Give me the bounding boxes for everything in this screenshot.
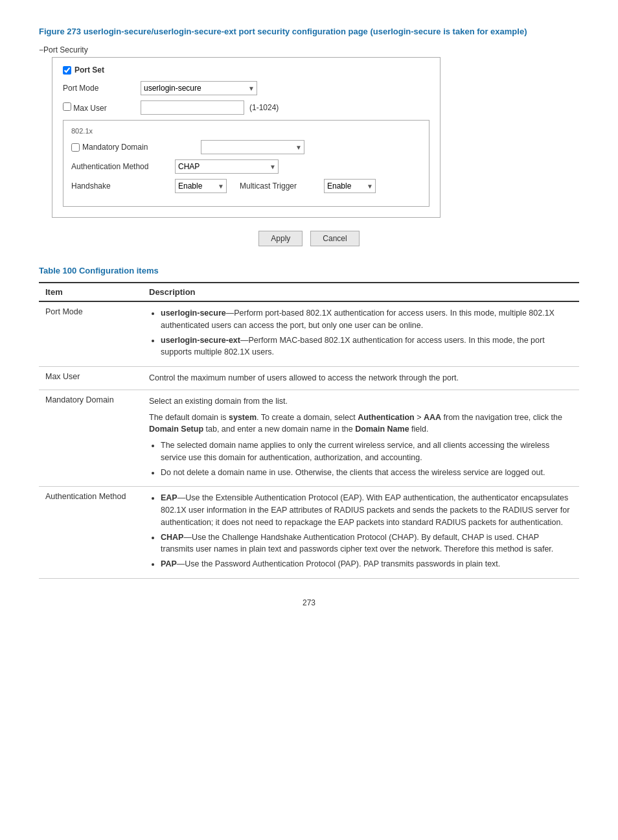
multicast-trigger-select[interactable]: Enable Disable	[324, 179, 376, 193]
desc-max-user: Control the maximum number of users allo…	[143, 367, 579, 390]
item-auth-method: Authentication Method	[39, 487, 143, 579]
dot8021x-label: 802.1x	[71, 127, 421, 135]
max-user-checkbox[interactable]	[63, 102, 71, 111]
page-number: 273	[39, 598, 579, 607]
table-row: Authentication Method EAP—Use the Extens…	[39, 487, 579, 579]
mandatory-domain-row: Mandatory Domain ▼	[71, 140, 421, 154]
item-port-mode: Port Mode	[39, 301, 143, 367]
port-security-section: −Port Security Port Set Port Mode userlo…	[39, 45, 579, 218]
mandatory-domain-select-wrapper: ▼	[201, 140, 304, 154]
multicast-trigger-select-wrapper: Enable Disable ▼	[324, 179, 376, 193]
desc-port-mode: userlogin-secure—Perform port-based 802.…	[143, 301, 579, 367]
max-user-label-wrapper: Max User	[63, 102, 141, 113]
table-header-row: Item Description	[39, 283, 579, 301]
table-row: Port Mode userlogin-secure—Perform port-…	[39, 301, 579, 367]
mandatory-domain-checkbox[interactable]	[71, 143, 80, 152]
form-buttons: Apply Cancel	[39, 231, 579, 246]
table-title: Table 100 Configuration items	[39, 266, 579, 275]
handshake-select[interactable]: Enable Disable	[175, 179, 227, 193]
port-set-checkbox[interactable]	[63, 66, 71, 75]
item-max-user: Max User	[39, 367, 143, 390]
port-mode-select[interactable]: userlogin-secure userlogin-secure-ext	[141, 81, 257, 95]
max-user-input[interactable]	[141, 100, 244, 115]
port-set-box: Port Set Port Mode userlogin-secure user…	[52, 57, 441, 218]
port-mode-label: Port Mode	[63, 84, 141, 93]
port-set-label: Port Set	[74, 65, 104, 75]
auth-method-select[interactable]: EAP CHAP PAP	[175, 159, 279, 174]
port-mode-select-wrapper: userlogin-secure userlogin-secure-ext ▼	[141, 81, 257, 95]
multicast-trigger-label: Multicast Trigger	[240, 181, 324, 191]
cancel-button[interactable]: Cancel	[310, 231, 359, 246]
mandatory-domain-label: Mandatory Domain	[82, 143, 148, 152]
col-item: Item	[39, 283, 143, 301]
port-mode-row: Port Mode userlogin-secure userlogin-sec…	[63, 81, 429, 95]
max-user-label: Max User	[73, 104, 106, 113]
config-table: Item Description Port Mode userlogin-sec…	[39, 282, 579, 579]
port-set-header: Port Set	[63, 65, 429, 75]
apply-button[interactable]: Apply	[258, 231, 303, 246]
auth-method-row: Authentication Method EAP CHAP PAP ▼	[71, 159, 421, 174]
max-user-range-hint: (1-1024)	[249, 103, 279, 112]
dot8021x-section: 802.1x Mandatory Domain ▼ Authentication…	[63, 120, 429, 207]
handshake-label: Handshake	[71, 181, 175, 191]
handshake-multicast-row: Handshake Enable Disable ▼ Multicast Tri…	[71, 179, 421, 193]
desc-auth-method: EAP—Use the Extensible Authentication Pr…	[143, 487, 579, 579]
max-user-row: Max User (1-1024)	[63, 100, 429, 115]
table-row: Max User Control the maximum number of u…	[39, 367, 579, 390]
port-security-label: −Port Security	[39, 45, 579, 54]
mandatory-domain-select[interactable]	[201, 140, 304, 154]
handshake-select-wrapper: Enable Disable ▼	[175, 179, 227, 193]
auth-method-select-wrapper: EAP CHAP PAP ▼	[175, 159, 279, 174]
table-row: Mandatory Domain Select an existing doma…	[39, 390, 579, 487]
item-mandatory-domain: Mandatory Domain	[39, 390, 143, 487]
desc-mandatory-domain: Select an existing domain from the list.…	[143, 390, 579, 487]
figure-title: Figure 273 userlogin-secure/userlogin-se…	[39, 26, 579, 38]
col-description: Description	[143, 283, 579, 301]
auth-method-label: Authentication Method	[71, 162, 175, 171]
